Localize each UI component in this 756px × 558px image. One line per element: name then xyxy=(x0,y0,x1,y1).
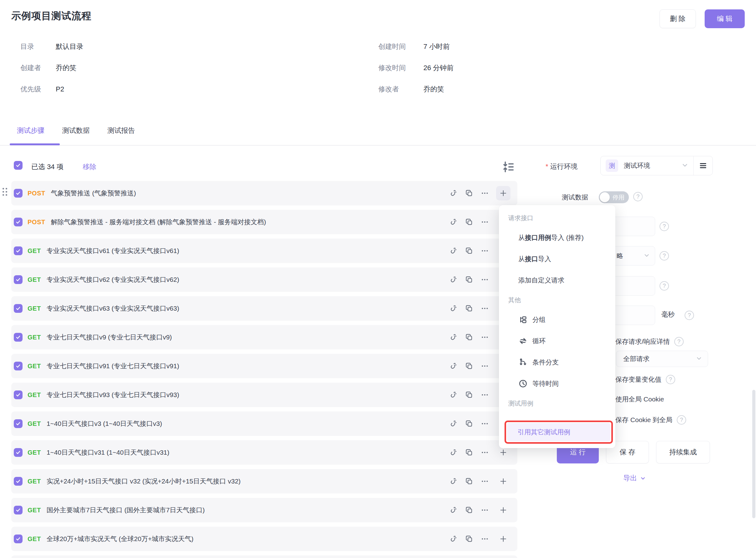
help-icon[interactable]: ? xyxy=(674,337,684,346)
copy-icon[interactable] xyxy=(465,189,474,198)
select-all-checkbox[interactable] xyxy=(14,161,23,170)
unlink-icon[interactable] xyxy=(449,362,458,371)
more-icon[interactable] xyxy=(480,390,489,399)
unlink-icon[interactable] xyxy=(449,448,458,457)
copy-icon[interactable] xyxy=(465,448,474,457)
step-checkbox[interactable] xyxy=(14,506,23,514)
step-checkbox[interactable] xyxy=(14,419,23,428)
menu-item-ref-other-testcase[interactable]: 引用其它测试用例 xyxy=(507,423,610,441)
more-icon[interactable] xyxy=(480,275,489,284)
unlink-icon[interactable] xyxy=(449,247,458,255)
unlink-icon[interactable] xyxy=(449,419,458,428)
test-step-row[interactable]: POST 解除气象预警推送 - 服务端对接文档 (解除气象预警推送 - 服务端对… xyxy=(11,210,518,234)
menu-item-wait-time[interactable]: 等待时间 xyxy=(499,373,615,394)
copy-icon[interactable] xyxy=(465,390,474,399)
tab-test-report[interactable]: 测试报告 xyxy=(102,126,141,135)
copy-icon[interactable] xyxy=(465,419,474,428)
test-step-row[interactable]: GET 实况+24小时+15日天气接口 v32 (实况+24小时+15日天气接口… xyxy=(11,469,518,493)
test-step-row[interactable]: GET 专业实况天气接口v62 (专业实况天气接口v62) xyxy=(11,268,518,292)
save-detail-select[interactable]: 全部请求 xyxy=(616,351,708,367)
more-icon[interactable] xyxy=(480,218,489,226)
help-icon[interactable]: ? xyxy=(659,251,669,260)
menu-item-import-from-case[interactable]: 从接口用例导入 (推荐) xyxy=(499,227,615,248)
add-step-button[interactable] xyxy=(496,474,510,488)
step-checkbox[interactable] xyxy=(14,477,23,486)
step-checkbox[interactable] xyxy=(14,333,23,341)
unlink-icon[interactable] xyxy=(449,189,458,198)
step-checkbox[interactable] xyxy=(14,390,23,399)
step-checkbox[interactable] xyxy=(14,247,23,255)
copy-icon[interactable] xyxy=(465,247,474,255)
help-icon[interactable]: ? xyxy=(677,415,686,425)
copy-icon[interactable] xyxy=(465,534,474,543)
more-icon[interactable] xyxy=(480,247,489,255)
drag-handle-icon[interactable] xyxy=(2,188,7,196)
test-step-row[interactable]: GET 专业实况天气接口v61 (专业实况天气接口v61) xyxy=(11,238,518,263)
help-icon[interactable]: ? xyxy=(685,311,694,320)
more-icon[interactable] xyxy=(480,419,489,428)
menu-item-group[interactable]: 分组 xyxy=(499,309,615,330)
test-step-row[interactable]: GET 专业七日天气接口v91 (专业七日天气接口v91) xyxy=(11,354,518,378)
step-checkbox[interactable] xyxy=(14,189,23,198)
help-icon[interactable]: ? xyxy=(659,222,669,231)
test-step-row[interactable]: POST 气象预警推送 (气象预警推送) xyxy=(11,181,518,205)
edit-button[interactable]: 编 辑 xyxy=(705,9,745,28)
menu-item-loop[interactable]: 循环 xyxy=(499,330,615,352)
strategy-select[interactable]: 略 xyxy=(611,246,655,265)
delete-button[interactable]: 删 除 xyxy=(659,9,696,28)
unlink-icon[interactable] xyxy=(449,534,458,543)
unlink-icon[interactable] xyxy=(449,390,458,399)
step-checkbox[interactable] xyxy=(14,304,23,313)
help-icon[interactable]: ? xyxy=(659,281,669,290)
add-step-button[interactable] xyxy=(496,186,510,200)
menu-item-add-custom-request[interactable]: 添加自定义请求 xyxy=(499,270,615,291)
more-icon[interactable] xyxy=(480,477,489,486)
copy-icon[interactable] xyxy=(465,218,474,226)
unlink-icon[interactable] xyxy=(449,218,458,226)
more-icon[interactable] xyxy=(480,333,489,341)
env-manage-button[interactable] xyxy=(694,156,712,175)
scrollbar-thumb[interactable] xyxy=(752,390,755,518)
test-data-toggle[interactable]: 停用 xyxy=(599,191,629,203)
menu-item-condition-branch[interactable]: 条件分支 xyxy=(499,352,615,373)
add-step-button[interactable] xyxy=(496,503,510,517)
test-step-row[interactable]: GET 专业七日天气接口v9 (专业七日天气接口v9) xyxy=(11,325,518,350)
help-icon[interactable]: ? xyxy=(633,192,642,201)
export-link[interactable]: 导出 xyxy=(623,474,647,483)
unlink-icon[interactable] xyxy=(449,477,458,486)
remove-selected-link[interactable]: 移除 xyxy=(83,162,97,172)
more-icon[interactable] xyxy=(480,506,489,514)
step-checkbox[interactable] xyxy=(14,448,23,457)
test-step-row[interactable]: GET 专业七日天气接口v93 (专业七日天气接口v93) xyxy=(11,383,518,407)
tab-test-data[interactable]: 测试数据 xyxy=(56,126,95,135)
test-step-row[interactable]: GET 国外主要城市7日天气接口 (国外主要城市7日天气接口) xyxy=(11,498,518,522)
step-checkbox[interactable] xyxy=(14,275,23,284)
step-checkbox[interactable] xyxy=(14,362,23,371)
tab-test-steps[interactable]: 测试步骤 xyxy=(11,126,50,135)
copy-icon[interactable] xyxy=(465,362,474,371)
copy-icon[interactable] xyxy=(465,333,474,341)
step-checkbox[interactable] xyxy=(14,218,23,226)
more-icon[interactable] xyxy=(480,304,489,313)
help-icon[interactable]: ? xyxy=(666,375,675,384)
copy-icon[interactable] xyxy=(465,506,474,514)
test-step-row[interactable]: GET 全球20万+城市实况天气 (全球20万+城市实况天气) xyxy=(11,527,518,551)
unlink-icon[interactable] xyxy=(449,275,458,284)
add-step-button[interactable] xyxy=(496,532,510,546)
more-icon[interactable] xyxy=(480,534,489,543)
menu-item-import-from-api[interactable]: 从接口导入 xyxy=(499,248,615,270)
collapse-rows-icon[interactable] xyxy=(501,160,515,174)
unlink-icon[interactable] xyxy=(449,506,458,514)
test-step-row[interactable]: GET 专业实况天气接口v63 (专业实况天气接口v63) xyxy=(11,296,518,321)
step-checkbox[interactable] xyxy=(14,534,23,543)
test-step-row[interactable] xyxy=(11,556,518,558)
environment-select[interactable]: 测 测试环境 xyxy=(600,156,713,175)
test-step-row[interactable]: GET 1~40日天气接口v31 (1~40日天气接口v31) xyxy=(11,440,518,465)
copy-icon[interactable] xyxy=(465,477,474,486)
test-step-row[interactable]: GET 1~40日天气接口v3 (1~40日天气接口v3) xyxy=(11,411,518,436)
copy-icon[interactable] xyxy=(465,304,474,313)
copy-icon[interactable] xyxy=(465,275,474,284)
more-icon[interactable] xyxy=(480,448,489,457)
unlink-icon[interactable] xyxy=(449,304,458,313)
more-icon[interactable] xyxy=(480,362,489,371)
